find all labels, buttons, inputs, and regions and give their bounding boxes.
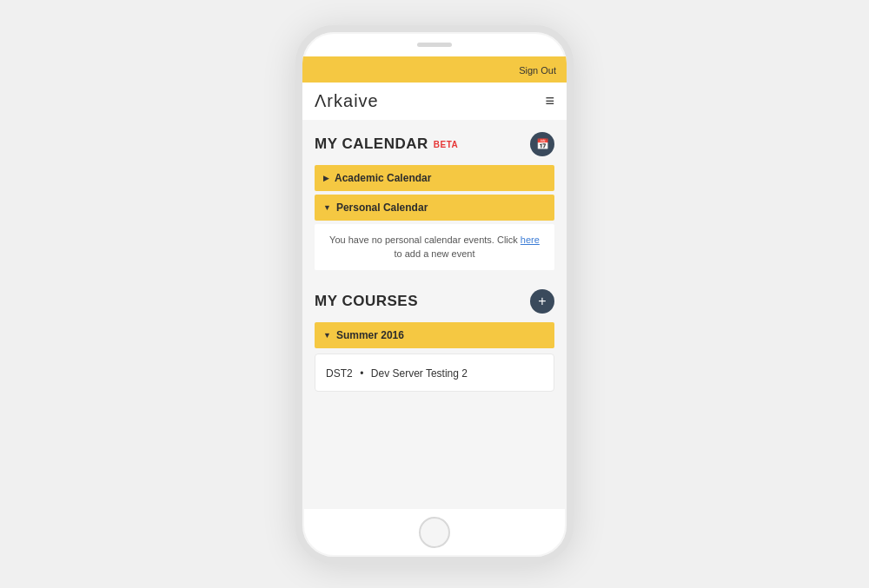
semester-row[interactable]: ▼ Summer 2016 bbox=[315, 322, 554, 348]
personal-calendar-label: Personal Calendar bbox=[336, 202, 428, 214]
beta-badge: BETA bbox=[434, 140, 458, 149]
calendar-icon-button[interactable]: 📅 bbox=[530, 132, 554, 156]
course-separator: • bbox=[360, 367, 363, 380]
logo-name: rkaive bbox=[327, 91, 378, 110]
course-card[interactable]: DST2 • Dev Server Testing 2 bbox=[315, 353, 554, 392]
hamburger-menu-icon[interactable]: ≡ bbox=[545, 93, 554, 109]
calendar-title-text: MY CALENDAR bbox=[315, 135, 428, 152]
courses-section: MY COURSES + ▼ Summer 2016 DST2 • Dev Se… bbox=[315, 289, 554, 392]
phone-speaker bbox=[417, 43, 452, 47]
calendar-icon: 📅 bbox=[536, 138, 549, 150]
personal-calendar-expanded: You have no personal calendar events. Cl… bbox=[315, 224, 554, 270]
academic-calendar-row[interactable]: ▶ Academic Calendar bbox=[315, 165, 554, 191]
calendar-section-title: MY CALENDARBETA bbox=[315, 135, 458, 153]
academic-calendar-label: Academic Calendar bbox=[335, 172, 431, 184]
phone-screen: Sign Out Λrkaive ≡ MY CALENDARBETA 📅 bbox=[302, 56, 567, 509]
content-area: MY CALENDARBETA 📅 ▶ Academic Calendar ▼ … bbox=[302, 120, 567, 509]
top-bar: Sign Out bbox=[302, 56, 567, 83]
phone-frame: Sign Out Λrkaive ≡ MY CALENDARBETA 📅 bbox=[295, 25, 574, 564]
courses-section-header: MY COURSES + bbox=[315, 289, 554, 314]
academic-arrow-icon: ▶ bbox=[323, 174, 329, 182]
sign-out-link[interactable]: Sign Out bbox=[519, 65, 556, 76]
courses-title-text: MY COURSES bbox=[315, 293, 418, 309]
personal-calendar-row[interactable]: ▼ Personal Calendar bbox=[315, 195, 554, 221]
course-code: DST2 bbox=[326, 367, 353, 380]
app-header: Λrkaive ≡ bbox=[302, 83, 567, 120]
personal-arrow-icon: ▼ bbox=[323, 203, 331, 212]
no-events-message: You have no personal calendar events. Cl… bbox=[325, 233, 544, 261]
no-events-text-start: You have no personal calendar events. Cl… bbox=[329, 235, 521, 245]
courses-section-title: MY COURSES bbox=[315, 293, 418, 310]
calendar-section: MY CALENDARBETA 📅 ▶ Academic Calendar ▼ … bbox=[315, 132, 554, 270]
add-event-link[interactable]: here bbox=[521, 235, 540, 245]
plus-icon: + bbox=[538, 294, 546, 309]
app-logo: Λrkaive bbox=[315, 91, 379, 111]
course-name: Dev Server Testing 2 bbox=[371, 367, 468, 380]
logo-lambda: Λ bbox=[315, 91, 327, 110]
semester-arrow-icon: ▼ bbox=[323, 331, 331, 340]
calendar-section-header: MY CALENDARBETA 📅 bbox=[315, 132, 554, 156]
no-events-text-end: to add a new event bbox=[395, 248, 475, 259]
semester-label: Summer 2016 bbox=[336, 329, 404, 341]
home-button[interactable] bbox=[419, 517, 450, 548]
add-course-button[interactable]: + bbox=[530, 289, 554, 314]
